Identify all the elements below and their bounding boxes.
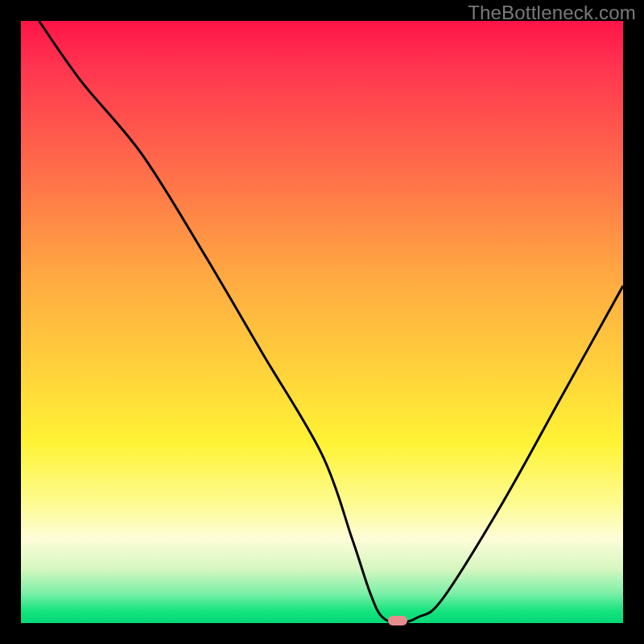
watermark-text: TheBottleneck.com [468, 2, 636, 24]
plot-area [21, 21, 623, 623]
bottleneck-curve-path [39, 21, 623, 623]
curve-svg [21, 21, 623, 623]
chart-container: TheBottleneck.com [0, 0, 644, 644]
optimum-marker [388, 616, 407, 625]
